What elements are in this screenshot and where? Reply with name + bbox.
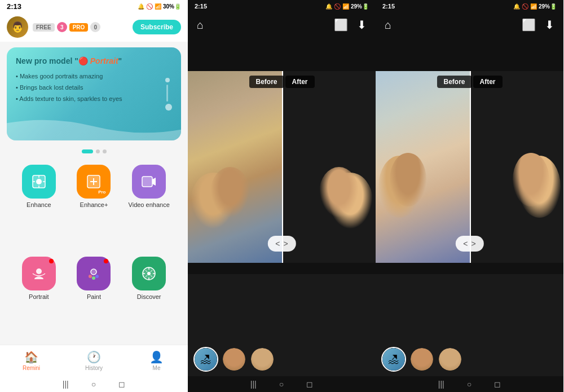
- promo-item-1: Makes good portraits amazing: [16, 71, 172, 82]
- enhance-label: Enhance: [27, 201, 51, 208]
- portrait-label: Portrait: [29, 293, 49, 300]
- tool-enhance-plus[interactable]: Pro Enhance+: [67, 159, 122, 251]
- before-label-right: Before: [437, 76, 472, 88]
- battery-text: 30%🔋: [163, 3, 181, 10]
- enhance-plus-icon: Pro: [77, 165, 111, 199]
- svg-point-8: [95, 275, 99, 278]
- free-count: 3: [57, 22, 67, 32]
- dot-3: [103, 149, 107, 153]
- thumbnail-strip-right: 🏖: [376, 342, 563, 376]
- nav-me[interactable]: 👤 Me: [125, 345, 188, 376]
- bottom-nav: 🏠 Remini 🕐 History 👤 Me: [0, 345, 188, 376]
- nav-me-label: Me: [153, 365, 161, 371]
- tool-discover[interactable]: Discover: [121, 251, 177, 343]
- promo-list: Makes good portraits amazing Brings back…: [16, 71, 172, 104]
- tool-paint[interactable]: Paint: [67, 251, 122, 343]
- discover-icon: [132, 257, 166, 290]
- me-icon: 👤: [149, 350, 164, 364]
- after-label-left: After: [285, 76, 315, 88]
- android-back[interactable]: |||: [63, 380, 69, 389]
- dot-2: [96, 149, 100, 153]
- download-btn-3[interactable]: ⬇: [545, 18, 554, 32]
- promo-item-2: Brings back lost details: [16, 82, 172, 94]
- portrait-icon: [22, 257, 56, 290]
- carousel-dots: [0, 149, 188, 153]
- nav-history[interactable]: 🕐 History: [63, 345, 125, 376]
- android-nav-bar-2: ||| ○ ◻: [188, 376, 376, 392]
- before-label-left: Before: [249, 76, 284, 88]
- download-btn-2[interactable]: ⬇: [357, 18, 367, 32]
- svg-point-6: [89, 275, 92, 278]
- panel-main: 2:13 🔔 🚫 📶 30%🔋 👨 FREE 3 PRO 0 Subscribe…: [0, 0, 188, 392]
- dot-1: [82, 149, 93, 153]
- subscribe-button[interactable]: Subscribe: [133, 20, 181, 34]
- android-home[interactable]: ○: [91, 380, 96, 389]
- photo-viewer-right: Before After: [376, 37, 563, 342]
- tool-enhance[interactable]: Enhance: [11, 159, 67, 251]
- home-btn-3[interactable]: ⌂: [385, 19, 391, 32]
- thumbnail-strip-left: 🏖: [188, 342, 376, 376]
- thumb-2-left[interactable]: [222, 347, 246, 372]
- arrow-left-right: <: [463, 239, 468, 248]
- promo-card: New pro model "🔴 Portrait" Makes good po…: [7, 47, 181, 140]
- split-handle-left[interactable]: < >: [267, 236, 296, 252]
- home-btn-2[interactable]: ⌂: [197, 19, 204, 32]
- battery-2: 29%🔋: [351, 3, 369, 10]
- paint-icon: [77, 257, 111, 290]
- after-label-right: After: [473, 76, 503, 88]
- mute-icon-3: 🚫: [522, 3, 528, 10]
- android-home-3[interactable]: ○: [467, 380, 472, 389]
- svg-point-10: [147, 272, 151, 275]
- svg-rect-3: [142, 177, 152, 187]
- nav-remini[interactable]: 🏠 Remini: [0, 345, 63, 376]
- nav-remini-label: Remini: [23, 365, 40, 371]
- promo-decoration: [165, 78, 172, 111]
- android-back-2[interactable]: |||: [250, 380, 257, 389]
- paint-label: Paint: [87, 293, 101, 300]
- pro-count: 0: [90, 22, 100, 32]
- battery-3: 29%🔋: [539, 3, 557, 10]
- android-recent[interactable]: ◻: [118, 380, 125, 389]
- photo-toolbar-right: ⌂ ⬜ ⬇: [376, 12, 563, 37]
- thumb-3-right[interactable]: [438, 347, 462, 372]
- expand-btn-2[interactable]: ⬜: [334, 18, 348, 32]
- time-display: 2:13: [7, 2, 21, 11]
- svg-point-4: [36, 268, 42, 274]
- split-handle-right[interactable]: < >: [455, 236, 483, 252]
- free-badge: FREE: [33, 23, 55, 32]
- badge-row: FREE 3 PRO 0: [33, 22, 128, 32]
- android-back-3[interactable]: |||: [438, 380, 444, 389]
- thumb-3-left[interactable]: [250, 347, 275, 372]
- expand-btn-3[interactable]: ⬜: [522, 18, 536, 32]
- android-home-2[interactable]: ○: [279, 380, 284, 389]
- enhance-plus-label: Enhance+: [80, 201, 108, 208]
- nav-history-label: History: [85, 365, 103, 371]
- mute-icon-2: 🚫: [334, 3, 341, 10]
- tools-grid: Enhance Pro Enhance+ Video enhance: [0, 157, 188, 345]
- android-recent-2[interactable]: ◻: [306, 380, 313, 389]
- paint-notification: [104, 259, 108, 263]
- status-bar-2: 2:15 🔔 🚫 📶 29%🔋: [188, 0, 376, 12]
- split-divider-right: [470, 71, 471, 263]
- arrow-right-left: >: [284, 239, 288, 248]
- time-2: 2:15: [195, 3, 207, 10]
- android-nav-bar-1: ||| ○ ◻: [0, 376, 188, 392]
- promo-title: New pro model "🔴 Portrait": [16, 56, 172, 65]
- thumb-1-left[interactable]: 🏖: [193, 347, 218, 372]
- status-icons-3: 🔔 🚫 📶 29%🔋: [513, 3, 557, 10]
- status-bar-1: 2:13 🔔 🚫 📶 30%🔋: [0, 0, 188, 12]
- tool-video-enhance[interactable]: Video enhance: [121, 159, 177, 251]
- svg-point-7: [92, 276, 95, 280]
- avatar[interactable]: 👨: [7, 16, 28, 38]
- thumb-2-right[interactable]: [409, 347, 434, 372]
- thumb-1-right[interactable]: 🏖: [381, 347, 406, 372]
- time-3: 2:15: [382, 3, 395, 10]
- status-icons: 🔔 🚫 📶 30%🔋: [138, 3, 181, 10]
- android-recent-3[interactable]: ◻: [494, 380, 501, 389]
- discover-label: Discover: [137, 293, 161, 300]
- split-divider-left: [282, 71, 283, 263]
- tool-portrait[interactable]: Portrait: [11, 251, 67, 343]
- status-icons-2: 🔔 🚫 📶 29%🔋: [325, 3, 369, 10]
- promo-item-3: Adds texture to skin, sparkles to eyes: [16, 94, 172, 105]
- signal-icon-3: 📶: [530, 3, 537, 10]
